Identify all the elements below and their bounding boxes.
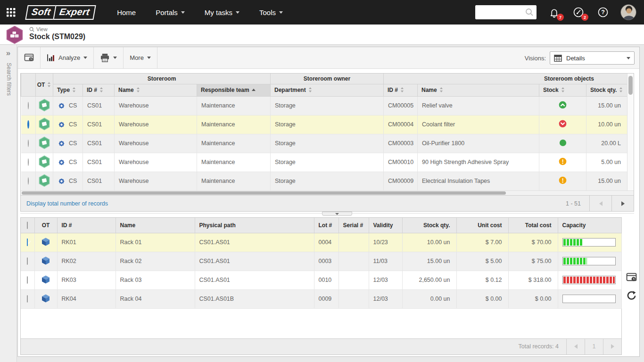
menu-tools[interactable]: Tools <box>249 0 293 25</box>
row-checkbox[interactable] <box>27 276 28 284</box>
col-department[interactable]: Department <box>271 84 384 96</box>
col-capacity[interactable]: Capacity <box>558 218 621 233</box>
pending-tasks-button[interactable]: 2 <box>571 5 586 19</box>
menu-portals[interactable]: Portals <box>146 0 195 25</box>
col-name-label: Name <box>118 87 134 93</box>
row-radio[interactable] <box>28 140 29 147</box>
name-cell: Warehouse <box>115 134 197 153</box>
analyze-button[interactable]: Analyze <box>41 47 94 68</box>
col-physical-path[interactable]: Physical path <box>195 218 314 233</box>
col-rack-id[interactable]: ID # <box>57 218 116 233</box>
row-radio[interactable] <box>28 177 29 185</box>
row-checkbox[interactable] <box>27 239 28 246</box>
gear-icon <box>58 102 66 110</box>
horizontal-scrollbar-thumb[interactable] <box>22 191 506 195</box>
capacity-cell <box>558 271 621 289</box>
lot-cell: 0004 <box>314 233 339 252</box>
ot-icon-cell <box>34 271 57 289</box>
rack-table: OT ID # Name Physical path Lot # Serial … <box>20 217 622 355</box>
menu-home-label: Home <box>117 8 136 16</box>
ot-icon-cell <box>34 289 57 308</box>
page-header: View Stock (STM029) <box>0 25 644 45</box>
expand-filters-button[interactable]: » <box>0 45 17 58</box>
splitter-handle[interactable] <box>322 212 352 216</box>
col-serial[interactable]: Serial # <box>339 218 369 233</box>
sort-icon <box>561 87 565 92</box>
col-rack-qty[interactable]: Stock qty. <box>402 218 456 233</box>
col-department-label: Department <box>274 87 306 93</box>
ot-icon-cell <box>36 115 53 134</box>
col-id[interactable]: ID # <box>83 84 115 96</box>
menu-my-tasks[interactable]: My tasks <box>195 0 249 25</box>
storeroom-table-footer: Display total number of records 1 - 51 <box>21 195 634 211</box>
serial-cell <box>339 271 369 289</box>
grid-dots-icon <box>7 8 16 17</box>
object-name-cell: 90 High Strength Adhesive Spray <box>418 153 539 172</box>
rack-name-cell: Rack 04 <box>116 289 195 308</box>
row-radio[interactable] <box>28 102 29 109</box>
col-lot[interactable]: Lot # <box>314 218 339 233</box>
capacity-bar <box>562 276 616 284</box>
main-menu: Home Portals My tasks Tools <box>107 0 293 25</box>
col-team-label: Responsible team <box>201 87 249 93</box>
prev-arrow-icon <box>599 201 603 206</box>
col-stock[interactable]: Stock <box>539 84 586 96</box>
row-checkbox[interactable] <box>27 257 28 265</box>
col-rack-ot[interactable]: OT <box>34 218 57 233</box>
chevron-down-icon <box>83 57 87 59</box>
more-button[interactable]: More <box>124 47 157 68</box>
visions-dropdown[interactable]: Details <box>550 51 635 65</box>
rack-table-empty-area <box>21 309 621 338</box>
row-radio[interactable] <box>27 120 29 129</box>
notifications-button[interactable]: 7 <box>547 5 561 19</box>
col-rack-name[interactable]: Name <box>116 218 195 233</box>
refresh-button[interactable] <box>626 290 637 303</box>
softexpert-logo[interactable]: SoftExpert <box>26 5 95 20</box>
type-cell: CS <box>53 172 83 190</box>
name-cell: Warehouse <box>115 96 197 115</box>
col-object-name[interactable]: Name <box>418 84 539 96</box>
user-avatar[interactable] <box>620 4 636 20</box>
department-cell: Storage <box>271 153 384 172</box>
col-name[interactable]: Name <box>115 84 197 96</box>
col-object-id[interactable]: ID # <box>384 84 418 96</box>
object-name-cell: Coolant filter <box>418 115 539 134</box>
app-grid-icon[interactable] <box>0 0 22 25</box>
col-ot[interactable]: OT <box>36 74 53 96</box>
select-all-checkbox[interactable] <box>27 222 28 229</box>
row-checkbox[interactable] <box>27 295 28 303</box>
view-record-button[interactable] <box>18 47 41 68</box>
rack-id-cell: RK04 <box>57 289 116 308</box>
vertical-scrollbar-thumb[interactable] <box>628 76 633 95</box>
col-validity[interactable]: Validity <box>369 218 402 233</box>
sort-asc-icon <box>252 89 256 91</box>
display-total-records-link[interactable]: Display total number of records <box>26 200 108 207</box>
help-button[interactable]: ? <box>596 5 610 19</box>
view-record-side-button[interactable] <box>626 272 637 284</box>
row-radio[interactable] <box>28 158 29 166</box>
sort-icon <box>72 87 76 92</box>
print-button[interactable] <box>94 47 124 68</box>
visions-control: Visions: Details <box>525 47 635 69</box>
next-page-button[interactable] <box>611 196 634 212</box>
window-clock-icon <box>24 53 34 62</box>
col-responsible-team[interactable]: Responsible team <box>197 84 271 96</box>
menu-home[interactable]: Home <box>107 0 146 25</box>
serial-cell <box>339 252 369 271</box>
ot-icon-cell <box>36 96 53 115</box>
stock-ok-icon <box>559 139 567 147</box>
type-cell: CS <box>53 96 83 115</box>
rack-id-cell: RK02 <box>57 252 116 271</box>
storeroom-row: CSCS01WarehouseMaintenanceStorageCM00003… <box>21 134 627 153</box>
rack-qty-cell: 0.00 un <box>402 289 456 308</box>
col-stock-qty[interactable]: Stock qty. <box>586 84 627 96</box>
object-name-cell: Relief valve <box>418 96 539 115</box>
storeroom-hexagon-icon <box>38 136 50 149</box>
col-type[interactable]: Type <box>53 84 83 96</box>
serial-cell <box>339 289 369 308</box>
vertical-scrollbar <box>627 74 634 190</box>
qty-cell: 10.00 un <box>586 115 627 134</box>
col-total-cost[interactable]: Total cost <box>508 218 558 233</box>
col-unit-cost[interactable]: Unit cost <box>456 218 508 233</box>
total-cost-cell: $ 318.00 <box>508 271 558 289</box>
